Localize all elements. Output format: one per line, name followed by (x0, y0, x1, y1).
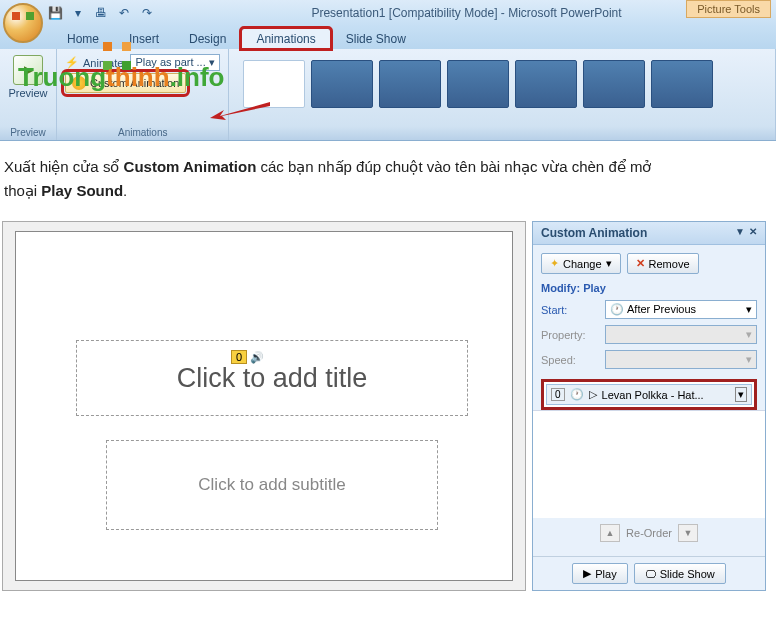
animate-icon: ⚡ (65, 56, 79, 69)
clock-icon: 🕐 (610, 303, 624, 315)
quick-access-toolbar: 💾 ▾ 🖶 ↶ ↷ (45, 3, 157, 23)
transition-gallery (235, 52, 769, 108)
slide-preview: 0 🔊 Click to add title Click to add subt… (2, 221, 526, 591)
preview-button[interactable]: Preview (6, 52, 50, 99)
remove-label: Remove (649, 258, 690, 270)
chevron-down-icon[interactable]: ▾ (735, 387, 747, 402)
subtitle-placeholder-text: Click to add subtitle (198, 475, 345, 495)
text: Xuất hiện cửa sổ (4, 158, 124, 175)
office-button[interactable] (3, 3, 43, 43)
property-combo: ▾ (605, 325, 757, 344)
print-icon[interactable]: 🖶 (91, 3, 111, 23)
chevron-down-icon: ▾ (209, 56, 215, 69)
group-label-preview: Preview (6, 125, 50, 138)
custom-anim-label: Custom Animation (90, 77, 179, 89)
tab-design[interactable]: Design (174, 28, 241, 49)
tab-home[interactable]: Home (52, 28, 114, 49)
transition-item[interactable] (311, 60, 373, 108)
start-value: After Previous (627, 303, 696, 315)
preview-icon (13, 55, 43, 85)
remove-button[interactable]: ✕ Remove (627, 253, 699, 274)
chevron-down-icon: ▾ (746, 353, 752, 366)
transition-item[interactable] (447, 60, 509, 108)
title-placeholder-text: Click to add title (177, 363, 368, 394)
ca-footer: ▶ Play 🖵 Slide Show (533, 556, 765, 590)
slideshow-icon: 🖵 (645, 568, 656, 580)
tab-slideshow[interactable]: Slide Show (331, 28, 421, 49)
transition-item[interactable] (515, 60, 577, 108)
reorder-controls: ▲ Re-Order ▼ (541, 518, 757, 548)
save-icon[interactable]: 💾 (45, 3, 65, 23)
item-name: Levan Polkka - Hat... (602, 389, 730, 401)
ribbon-tabs: Home Insert Design Animations Slide Show (0, 26, 776, 49)
ca-pane-title: Custom Animation (541, 226, 647, 240)
text-bold: Custom Animation (124, 158, 257, 175)
office-logo-icon (12, 12, 34, 34)
tab-animations[interactable]: Animations (241, 28, 330, 49)
ca-pane-header: Custom Animation ▼ ✕ (533, 222, 765, 245)
window-title: Presentation1 [Compatibility Mode] - Mic… (157, 6, 776, 20)
chevron-down-icon: ▾ (746, 328, 752, 341)
reorder-label: Re-Order (626, 527, 672, 539)
animate-combo[interactable]: Play as part ... ▾ (130, 54, 220, 71)
modify-label: Modify: Play (541, 282, 757, 294)
reorder-up-button: ▲ (600, 524, 620, 542)
pane-menu-icon[interactable]: ▼ (735, 226, 745, 240)
slideshow-button[interactable]: 🖵 Slide Show (634, 563, 726, 584)
start-label: Start: (541, 304, 599, 316)
article-text: Xuất hiện cửa sổ Custom Animation các bạ… (0, 141, 776, 203)
change-button[interactable]: ✦ Change ▾ (541, 253, 621, 274)
chevron-down-icon: ▾ (746, 303, 752, 316)
item-seq: 0 (551, 388, 565, 401)
titlebar: 💾 ▾ 🖶 ↶ ↷ Presentation1 [Compatibility M… (0, 0, 776, 26)
transition-item[interactable] (583, 60, 645, 108)
start-combo[interactable]: 🕐After Previous ▾ (605, 300, 757, 319)
ribbon-group-preview: Preview Preview (0, 49, 57, 140)
animation-list: 0 🕐 ▷ Levan Polkka - Hat... ▾ (541, 379, 757, 410)
transition-item[interactable] (379, 60, 441, 108)
ribbon-group-transitions (229, 49, 776, 140)
ca-pane-body: ✦ Change ▾ ✕ Remove Modify: Play Start: … (533, 245, 765, 556)
main-area: 0 🔊 Click to add title Click to add subt… (0, 221, 776, 591)
play-button[interactable]: ▶ Play (572, 563, 627, 584)
list-spacer (533, 410, 765, 518)
redo-icon[interactable]: ↷ (137, 3, 157, 23)
chevron-down-icon: ▾ (606, 257, 612, 270)
text: . (123, 182, 127, 199)
star-icon: ✦ (550, 257, 559, 270)
slideshow-label: Slide Show (660, 568, 715, 580)
play-icon: ▷ (589, 388, 597, 401)
group-label-animations: Animations (63, 125, 222, 138)
transition-none[interactable] (243, 60, 305, 108)
transition-item[interactable] (651, 60, 713, 108)
animate-value: Play as part ... (135, 56, 205, 69)
text: các bạn nhấp đúp chuột vào tên bài nhạc … (256, 158, 651, 175)
custom-animation-button[interactable]: Custom Animation (65, 73, 186, 93)
slide-canvas[interactable]: 0 🔊 Click to add title Click to add subt… (15, 231, 513, 581)
animation-list-item[interactable]: 0 🕐 ▷ Levan Polkka - Hat... ▾ (546, 384, 752, 405)
preview-label: Preview (8, 87, 47, 99)
pane-close-icon[interactable]: ✕ (749, 226, 757, 240)
custom-anim-icon (72, 76, 86, 90)
tab-insert[interactable]: Insert (114, 28, 174, 49)
speed-combo: ▾ (605, 350, 757, 369)
clock-icon: 🕐 (570, 388, 584, 401)
title-placeholder[interactable]: Click to add title (76, 340, 468, 416)
remove-icon: ✕ (636, 257, 645, 270)
custom-animation-pane: Custom Animation ▼ ✕ ✦ Change ▾ ✕ Remove… (532, 221, 766, 591)
undo-icon[interactable]: ↶ (114, 3, 134, 23)
ribbon: Preview Preview ⚡ Animate: Play as part … (0, 49, 776, 141)
animate-label: Animate: (83, 57, 126, 69)
text-bold: Play Sound (41, 182, 123, 199)
property-label: Property: (541, 329, 599, 341)
qat-menu-icon[interactable]: ▾ (68, 3, 88, 23)
play-label: Play (595, 568, 616, 580)
picture-tools-tab[interactable]: Picture Tools (686, 0, 771, 18)
reorder-down-button: ▼ (678, 524, 698, 542)
play-icon: ▶ (583, 567, 591, 580)
speed-label: Speed: (541, 354, 599, 366)
text: thoại (4, 182, 41, 199)
change-label: Change (563, 258, 602, 270)
ribbon-group-animations: ⚡ Animate: Play as part ... ▾ Custom Ani… (57, 49, 229, 140)
subtitle-placeholder[interactable]: Click to add subtitle (106, 440, 438, 530)
